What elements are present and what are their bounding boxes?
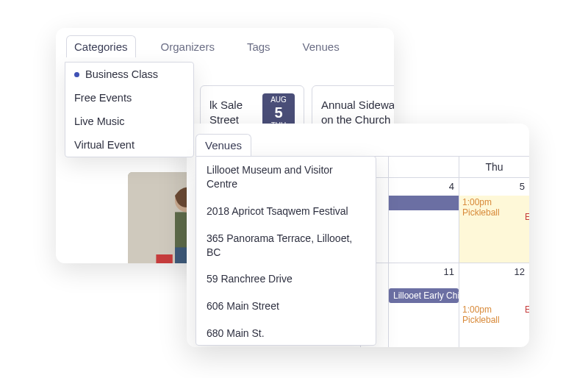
active-dot-icon: [74, 72, 79, 77]
calendar-grid: Thu od For ve 4 ildh… 5 1:00pm Picklebal…: [360, 156, 529, 347]
category-label: Business Class: [85, 68, 158, 80]
calendar-event-band[interactable]: ildh…: [388, 196, 459, 210]
tab-categories[interactable]: Categories: [66, 35, 136, 57]
day-number: 5: [520, 181, 525, 192]
venue-item[interactable]: 365 Panorama Terrace, Lillooet, BC: [196, 225, 376, 266]
category-label: Free Events: [74, 92, 132, 104]
month: AUG: [264, 96, 293, 104]
category-item-virtual-event[interactable]: Virtual Event: [65, 133, 193, 157]
filter-tabs: Categories Organizers Tags Venues: [56, 28, 394, 62]
venue-item[interactable]: 2018 Apricot Tsaqwem Festival: [196, 198, 376, 225]
venue-item[interactable]: 680 Main St.: [196, 320, 376, 346]
calendar-row: od For ve 4 ildh… 5 1:00pm Pickleball E: [360, 178, 529, 263]
day-number: 4: [449, 181, 454, 192]
calendar-card: Venues Lillooet Museum and Visitor Centr…: [187, 124, 529, 347]
tab-venues-open[interactable]: Venues: [196, 134, 251, 156]
calendar-day-cell[interactable]: 11 Lillooet Early Childh…: [388, 263, 459, 347]
calendar-event[interactable]: 1:00pm Pickleball: [462, 197, 529, 218]
tab-venues[interactable]: Venues: [295, 36, 347, 57]
day-number: 12: [514, 266, 525, 277]
svg-rect-4: [156, 254, 172, 263]
venues-dropdown: Lillooet Museum and Visitor Centre 2018 …: [196, 156, 376, 346]
calendar-day-cell[interactable]: 12 1:00pm Pickleball E: [459, 263, 529, 347]
calendar-event-band[interactable]: Lillooet Early Childh…: [389, 288, 459, 303]
calendar-day-cell[interactable]: 4 ildh…: [388, 178, 459, 263]
venue-item[interactable]: Lillooet Museum and Visitor Centre: [196, 157, 376, 198]
category-item-live-music[interactable]: Live Music: [65, 110, 193, 133]
day: 5: [264, 105, 293, 120]
calendar-day-cell[interactable]: 5 1:00pm Pickleball E: [459, 178, 529, 263]
calendar-row: od For e 11 Lillooet Early Childh… 12 1:…: [360, 263, 529, 347]
venue-item[interactable]: 59 Ranchree Drive: [196, 265, 376, 293]
calendar-header-cell: Thu: [459, 157, 529, 177]
category-label: Live Music: [74, 115, 125, 127]
edge-fragment: E: [525, 304, 529, 315]
category-label: Virtual Event: [74, 139, 135, 151]
categories-dropdown: Business Class Free Events Live Music Vi…: [65, 62, 194, 157]
calendar-header: Thu: [360, 156, 529, 178]
calendar-header-cell: [388, 157, 459, 177]
venue-item[interactable]: 606 Main Street: [196, 293, 376, 320]
calendar-event[interactable]: 1:00pm Pickleball: [462, 304, 529, 325]
tab-organizers[interactable]: Organizers: [154, 36, 222, 57]
category-item-business-class[interactable]: Business Class: [65, 63, 193, 86]
category-item-free-events[interactable]: Free Events: [65, 86, 193, 110]
day-number: 11: [444, 266, 454, 277]
tab-tags[interactable]: Tags: [240, 36, 278, 57]
edge-fragment: E: [525, 212, 529, 222]
